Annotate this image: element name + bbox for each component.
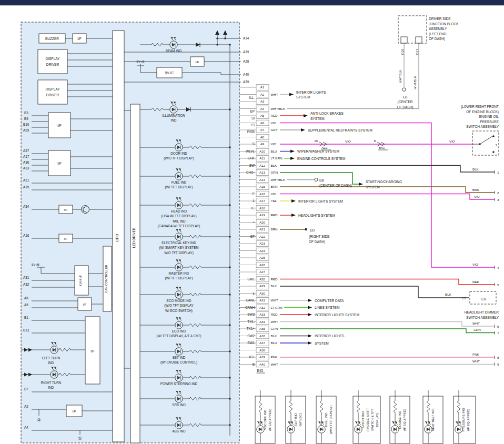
pin-label: A12 — [259, 164, 266, 167]
bottom-indicator-label: (W/ VSC) — [299, 413, 302, 426]
wire-color-label: RED — [271, 213, 278, 217]
pin-label: A25 — [259, 256, 266, 259]
edge-wire-color: WHT — [472, 321, 480, 325]
v5b-left-label: 5V+B — [32, 263, 39, 266]
connector-pin-column: A1A2WHTA3A4WHT/BLKA5REDA6VIOA7GRYA8A9VIO… — [239, 85, 286, 367]
annotations: INTERIOR LIGHTS SYSTEM ANTI-LOCK BRAKES … — [257, 16, 499, 373]
dest-a5-l2: SYSTEM — [310, 117, 325, 120]
pin-label: A1 — [260, 85, 265, 89]
pin-label: A36 — [259, 334, 266, 338]
indicator-label: TAIL IND — [172, 219, 186, 223]
bottom-indicator-label: (W/O TFT DISPLAY) — [329, 405, 332, 434]
display-driver-1-box — [38, 49, 67, 74]
indicator-label: (W/ TFT DISPLAY, A/T & CVT) — [156, 334, 201, 338]
turn-label: IND — [48, 361, 54, 365]
pin-a5: A5 — [24, 303, 28, 307]
combination-meter: BUZZER I/F DISPLAY DRIVER DISPLAY DRIVER… — [21, 22, 239, 443]
bottom-indicator-label: SWITCH & TFT — [371, 409, 374, 431]
jb-label-3: ASSEMBLY — [429, 27, 447, 31]
wire-color-label: GRN — [271, 327, 278, 330]
top-pin-label: A28 — [243, 59, 249, 63]
pin-b7: B7 — [24, 387, 28, 391]
indicator-label: DOOR IND — [170, 152, 187, 155]
wire-color-label: BRN — [271, 227, 278, 231]
if-5v-label: I/F — [196, 60, 199, 64]
pin-b9: B9 — [24, 117, 28, 120]
indicator-label: ILLUMINATION — [162, 114, 185, 117]
pin-label: A26 — [259, 263, 266, 267]
bottom-indicator-label: FUEL IND — [325, 412, 328, 427]
dest-a14-l2: (CENTER OF DASH) — [319, 184, 352, 188]
junction-dot — [229, 175, 230, 177]
wire-color-label: BLK — [271, 334, 278, 338]
indicator-label: ECO MODE IND — [167, 299, 191, 302]
pin-label: A14 — [259, 178, 266, 181]
junction-pin-d17 — [416, 37, 422, 43]
wire-color-label: GRN — [271, 170, 278, 174]
circled-1: ① — [78, 436, 82, 441]
wire-color-label: RED — [271, 277, 278, 281]
pin-label: A11 — [259, 156, 265, 160]
indicator-label: (W/O TFT DISPLAY) — [164, 156, 194, 160]
dest-a5-l1: ANTI-LOCK BRAKES — [310, 112, 344, 115]
bottom-indicator-label: SEAT BELT IND — [431, 408, 435, 431]
pin-label: A8 — [260, 135, 265, 139]
pin-label: A21 — [259, 227, 266, 231]
display-driver-2-box — [38, 80, 67, 104]
led-driver-label: LED DRIVER — [132, 227, 136, 248]
jb-label-2: JUNCTION BLOCK — [429, 22, 459, 26]
edge-pin-number: 3 — [497, 198, 499, 201]
signal-label: SW3 — [247, 312, 255, 316]
cpu-label: CPU — [115, 234, 119, 242]
bottom-indicator-label: SPORT IND — [361, 411, 365, 428]
dest-a2-l1: INTERIOR LIGHTS — [296, 90, 326, 94]
top-pin-label: A40 — [243, 73, 249, 76]
pin-a4: A4 — [24, 426, 28, 429]
pin-a6: A6 — [24, 296, 28, 300]
pin-a16: A16 — [23, 234, 29, 237]
flow-arrow-icon — [290, 150, 295, 153]
pin-label: A16 — [259, 192, 266, 196]
dest-a19: HEADLIGHTS SYSTEM — [298, 214, 335, 217]
pin-label: A23 — [259, 241, 266, 245]
pin-a33: A33 — [23, 166, 29, 170]
edge-wire-color: GRN — [473, 328, 481, 331]
wire-color-label: VIO — [271, 142, 277, 146]
dest-a13-l1: STARTING/CHARGING — [366, 180, 402, 184]
pin-label: A10 — [259, 149, 266, 153]
oil-switch-box — [472, 131, 499, 155]
flow-arrow-icon — [289, 93, 294, 96]
indicator-label: HEAD IND — [171, 209, 187, 213]
signal-label: E — [253, 192, 255, 196]
pin-label: A22 — [259, 235, 266, 238]
indicator-label: ECO IND — [172, 329, 186, 333]
indicator-label: BEAM IND — [166, 49, 182, 53]
if-turn-label: I/F — [90, 349, 95, 353]
indicator-label: SET IND — [173, 356, 186, 359]
pin-label: A37 — [259, 341, 266, 345]
a9-conn1-code: AE3 — [321, 146, 328, 149]
oil-label-5: SWITCH ASSEMBLY — [466, 125, 499, 128]
bottom-indicator-box: CRUISE IND(IF EQUIPPED) — [390, 390, 410, 443]
dest-a10: WIPER/WASHER SYSTEM — [297, 149, 339, 153]
flow-arrow-icon — [308, 313, 312, 316]
jb-ground-l1: EB — [403, 95, 408, 99]
pin-a15: A15 — [23, 185, 29, 189]
pin-label: A38 — [259, 348, 266, 352]
if-a34-label: I/F — [64, 208, 68, 211]
a9-conn2-number: 8 — [374, 139, 376, 143]
switch-contact — [492, 151, 495, 153]
top-pin-label: A39 — [243, 80, 249, 84]
indicator-label: (W/ SMART KEY SYSTEM — [159, 246, 198, 250]
signal-label: CHK — [248, 156, 255, 160]
bottom-indicator-label: (IF EQUIPPED) — [403, 409, 406, 431]
wire-a34 — [280, 322, 495, 327]
pin-label: A5 — [260, 114, 265, 117]
edge-wire-color: VIO — [474, 195, 480, 198]
signal-label: L — [253, 199, 255, 203]
jb-label-5: OF DASH) — [429, 37, 445, 41]
jb-wire-right-label: WHT/BLK — [414, 76, 417, 89]
pin-a36: A36 — [23, 160, 29, 164]
wire-color-label: YEL — [271, 199, 277, 203]
pin-label: A18 — [259, 206, 266, 210]
